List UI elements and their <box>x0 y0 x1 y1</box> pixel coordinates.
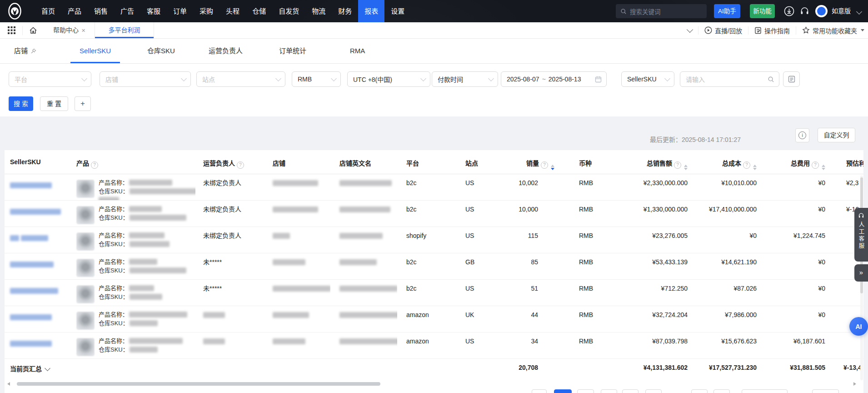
subtab-店铺[interactable]: 店铺 <box>14 39 36 63</box>
ai-assistant-button[interactable]: AI助手 <box>714 4 740 18</box>
page-button-8[interactable] <box>713 389 730 393</box>
timezone-select[interactable]: UTC +8(中国) <box>347 71 430 87</box>
date-range-picker[interactable]: 2025-08-07 ~ 2025-08-13 <box>501 71 607 87</box>
search-button[interactable]: 搜 索 <box>9 96 33 111</box>
nav-item-12[interactable]: 报表 <box>358 0 384 22</box>
profit-cell <box>830 333 863 358</box>
page-button-4[interactable] <box>601 389 617 393</box>
column-header-产品[interactable]: 产品? <box>73 150 195 174</box>
column-header-站点[interactable]: 站点 <box>456 150 495 174</box>
favorites-menu[interactable]: 常用功能收藏夹 <box>802 26 864 35</box>
sort-icon[interactable] <box>551 165 554 170</box>
sort-icon[interactable] <box>684 165 688 170</box>
nav-item-1[interactable]: 产品 <box>61 0 88 22</box>
search-icon[interactable] <box>768 76 774 83</box>
new-features-button[interactable]: 新功能 <box>750 4 775 18</box>
sellersku-cell[interactable] <box>5 201 73 227</box>
chevron-down-icon[interactable] <box>45 365 50 371</box>
home-icon[interactable] <box>29 26 37 35</box>
currency-select[interactable]: RMB <box>292 71 341 87</box>
column-header-店铺英文名[interactable]: 店铺英文名 <box>330 150 397 174</box>
store-en-cell <box>330 333 397 358</box>
sort-icon[interactable] <box>753 165 757 170</box>
nav-item-6[interactable]: 采购 <box>193 0 219 22</box>
customer-service-button[interactable]: 人工客服 <box>854 208 868 262</box>
nav-item-5[interactable]: 订单 <box>167 0 193 22</box>
page-size-select[interactable] <box>742 389 788 393</box>
sellersku-cell[interactable] <box>5 227 73 253</box>
nav-item-4[interactable]: 客服 <box>140 0 167 22</box>
horizontal-scrollbar-thumb[interactable] <box>17 382 380 386</box>
reset-button[interactable]: 重 置 <box>40 96 68 111</box>
add-filter-button[interactable]: + <box>75 96 91 111</box>
tab-multi-platform-profit[interactable]: 多平台利润 <box>95 22 154 38</box>
page-button-10[interactable] <box>812 389 839 393</box>
platform-select[interactable]: 平台 <box>9 71 91 87</box>
search-field-select[interactable]: SellerSKU <box>621 71 674 87</box>
column-header-总费用[interactable]: 总费用? <box>760 150 830 174</box>
app-logo-icon[interactable] <box>6 2 24 20</box>
column-header-总销售额[interactable]: 总销售额? <box>629 150 690 174</box>
sellersku-cell[interactable] <box>5 174 73 200</box>
scroll-left-arrow-icon[interactable] <box>7 382 10 386</box>
collapse-panel-button[interactable]: » <box>854 264 868 282</box>
ai-floating-button[interactable]: AI <box>849 317 868 336</box>
apps-grid-icon[interactable] <box>8 26 16 35</box>
sellersku-cell[interactable] <box>5 280 73 306</box>
batch-search-button[interactable] <box>783 71 800 87</box>
updates-download-icon[interactable] <box>783 5 795 17</box>
subtab-订单统计[interactable]: 订单统计 <box>279 39 306 63</box>
page-button-6[interactable] <box>645 389 662 393</box>
page-button-2[interactable] <box>554 389 572 393</box>
operation-guide-link[interactable]: 操作指南 <box>754 26 790 35</box>
horizontal-scrollbar[interactable] <box>5 381 863 387</box>
column-header-币种[interactable]: 币种 <box>570 150 629 174</box>
time-type-select[interactable]: 付款时间 <box>432 71 498 87</box>
product-image <box>76 180 95 198</box>
nav-item-10[interactable]: 物流 <box>305 0 332 22</box>
nav-item-9[interactable]: 自发货 <box>272 0 305 22</box>
subtab-仓库SKU[interactable]: 仓库SKU <box>147 39 175 63</box>
keyword-input[interactable]: 请输入 <box>680 71 779 87</box>
scroll-right-arrow-icon[interactable] <box>853 382 856 386</box>
sellersku-cell[interactable] <box>5 333 73 358</box>
nav-item-7[interactable]: 头程 <box>219 0 246 22</box>
subtab-SellerSKU[interactable]: SellerSKU <box>80 39 111 63</box>
version-label[interactable]: 如意版 <box>832 0 851 22</box>
column-header-销量[interactable]: 销量? <box>495 150 570 174</box>
tab-help-center[interactable]: 帮助中心✕ <box>44 22 95 38</box>
column-header-预估利润[interactable]: 预估利润? <box>830 150 863 174</box>
close-icon[interactable]: ✕ <box>81 28 85 33</box>
product-sku-line: 仓库SKU： <box>99 240 170 248</box>
column-header-总成本[interactable]: 总成本? <box>690 150 760 174</box>
live-replay-link[interactable]: 直播/回放 <box>704 26 742 35</box>
page-button-7[interactable] <box>691 389 708 393</box>
site-select[interactable]: 站点 <box>196 71 285 87</box>
chevron-down-icon[interactable] <box>856 9 862 15</box>
page-button-5[interactable] <box>622 389 639 393</box>
page-button-1[interactable] <box>532 389 547 393</box>
nav-item-3[interactable]: 广告 <box>114 0 140 22</box>
page-button-3[interactable] <box>577 389 594 393</box>
column-header-运营负责人[interactable]: 运营负责人? <box>195 150 264 174</box>
nav-item-11[interactable]: 财务 <box>332 0 358 22</box>
sellersku-cell[interactable] <box>5 306 73 332</box>
store-select[interactable]: 店铺 <box>100 71 191 87</box>
user-avatar[interactable] <box>815 5 828 17</box>
tab-list-chevron-icon[interactable] <box>687 26 693 33</box>
nav-item-8[interactable]: 仓储 <box>246 0 272 22</box>
column-header-平台[interactable]: 平台 <box>397 150 456 174</box>
global-search-input[interactable]: 搜索关键词 <box>616 4 707 18</box>
subtab-RMA[interactable]: RMA <box>350 39 365 63</box>
nav-item-0[interactable]: 首页 <box>35 0 61 22</box>
headset-support-icon[interactable] <box>799 5 810 17</box>
subtab-运营负责人[interactable]: 运营负责人 <box>209 39 243 63</box>
sellersku-cell[interactable] <box>5 253 73 279</box>
sort-icon[interactable] <box>822 165 825 170</box>
nav-item-2[interactable]: 销售 <box>88 0 114 22</box>
customize-columns-button[interactable]: 自定义列 <box>818 128 855 142</box>
nav-item-13[interactable]: 设置 <box>384 0 411 22</box>
column-header-SellerSKU[interactable]: SellerSKU <box>5 150 73 174</box>
column-header-店铺[interactable]: 店铺 <box>264 150 330 174</box>
info-button[interactable]: i <box>795 128 809 142</box>
